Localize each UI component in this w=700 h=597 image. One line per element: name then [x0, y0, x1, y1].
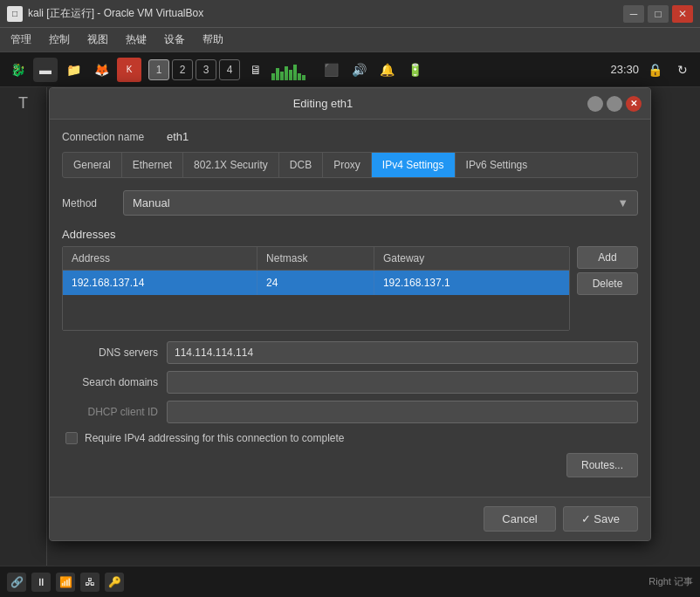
tab-802x[interactable]: 802.1X Security	[183, 153, 279, 177]
clock: 23:30	[610, 63, 639, 76]
address-action-buttons: Add Delete	[577, 246, 638, 331]
network-graph	[271, 59, 315, 80]
dns-label: DNS servers	[62, 347, 158, 359]
dialog-footer: Cancel ✓ Save	[50, 497, 650, 540]
menu-bar: 管理 控制 视图 热键 设备 帮助	[0, 28, 700, 52]
app-icon: □	[7, 6, 23, 22]
taskbar-icon-browser[interactable]: 🦊	[89, 58, 113, 82]
search-domains-label: Search domains	[62, 376, 158, 388]
status-icon-5[interactable]: 🔑	[105, 573, 124, 592]
col-netmask: Netmask	[257, 247, 374, 270]
menu-manage[interactable]: 管理	[7, 31, 35, 49]
workspace-1[interactable]: 1	[148, 59, 169, 80]
checkbox-label: Require IPv4 addressing for this connect…	[85, 432, 345, 444]
dialog-minimize-btn[interactable]	[587, 96, 603, 112]
dialog-body: Connection name eth1 General Ethernet 80…	[50, 120, 650, 497]
tab-ipv6[interactable]: IPv6 Settings	[456, 153, 539, 177]
maximize-button[interactable]: □	[648, 5, 669, 23]
tab-proxy[interactable]: Proxy	[323, 153, 372, 177]
taskbar-icon-refresh[interactable]: ↻	[670, 58, 695, 82]
dhcp-input[interactable]	[167, 401, 638, 423]
add-address-button[interactable]: Add	[577, 246, 638, 269]
addresses-table: Address Netmask Gateway 192.168.137.14 2…	[62, 246, 570, 331]
taskbar-icon-kali[interactable]: 🐉	[5, 58, 30, 82]
menu-control[interactable]: 控制	[45, 31, 73, 49]
dialog-close-btn[interactable]: ✕	[626, 96, 642, 112]
menu-devices[interactable]: 设备	[161, 31, 189, 49]
cancel-button[interactable]: Cancel	[484, 506, 555, 532]
menu-help[interactable]: 帮助	[199, 31, 227, 49]
taskbar-icon-files[interactable]: 📁	[61, 58, 86, 82]
addresses-section-label: Addresses	[62, 228, 638, 241]
workspace-4[interactable]: 4	[219, 59, 240, 80]
status-bar: 🔗 ⏸ 📶 🖧 🔑 Right 记事	[0, 566, 700, 597]
dialog-editing-eth1: Editing eth1 ✕ Connection name eth1 Gene…	[49, 87, 651, 541]
tab-bar: General Ethernet 802.1X Security DCB Pro…	[62, 152, 638, 178]
search-domains-row: Search domains	[62, 371, 638, 394]
tab-ethernet[interactable]: Ethernet	[122, 153, 183, 177]
workspace-2[interactable]: 2	[172, 59, 193, 80]
table-empty-area[interactable]	[63, 295, 569, 330]
col-address: Address	[63, 247, 257, 270]
table-row[interactable]: 192.168.137.14 24 192.168.137.1	[63, 271, 569, 295]
content-area: T Editing eth1 ✕ Connection name eth1	[0, 87, 700, 566]
cell-gateway: 192.168.137.1	[374, 271, 569, 295]
menu-hotkeys[interactable]: 热键	[122, 31, 150, 49]
routes-button[interactable]: Routes...	[566, 453, 638, 477]
status-icon-2[interactable]: ⏸	[31, 573, 51, 592]
method-label: Method	[62, 197, 114, 209]
taskbar: 🐉 ▬ 📁 🦊 K 1 2 3 4 🖥 ⬛ 🔊 🔔 🔋 23:30 🔒 ↻	[0, 52, 700, 87]
close-window-button[interactable]: ✕	[672, 5, 693, 23]
routes-row: Routes...	[62, 453, 638, 477]
cell-netmask: 24	[257, 271, 374, 295]
dns-input[interactable]	[167, 341, 638, 364]
method-dropdown-arrow: ▼	[617, 196, 628, 209]
minimize-button[interactable]: ─	[623, 5, 644, 23]
menu-view[interactable]: 视图	[84, 31, 112, 49]
workspace-3[interactable]: 3	[196, 59, 216, 80]
dialog-titlebar: Editing eth1 ✕	[50, 88, 650, 120]
taskbar-icon-notif[interactable]: 🔔	[374, 58, 399, 82]
dhcp-label: DHCP client ID	[62, 406, 158, 418]
taskbar-icon-monitor[interactable]: 🖥	[244, 58, 268, 82]
dialog-overlay: Editing eth1 ✕ Connection name eth1 Gene…	[0, 87, 700, 566]
checkbox-row: Require IPv4 addressing for this connect…	[65, 432, 638, 444]
connection-name-label: Connection name	[62, 131, 158, 143]
method-row: Method Manual ▼	[62, 190, 638, 216]
status-icon-3[interactable]: 📶	[56, 573, 75, 592]
search-domains-input[interactable]	[167, 371, 638, 394]
taskbar-icon-battery[interactable]: 🔋	[402, 58, 427, 82]
taskbar-icon-lock[interactable]: 🔒	[642, 58, 667, 82]
dialog-maximize-btn[interactable]	[607, 96, 622, 112]
dialog-window-controls: ✕	[587, 96, 642, 112]
status-text: Right 记事	[649, 575, 693, 588]
method-select[interactable]: Manual ▼	[123, 190, 638, 216]
delete-address-button[interactable]: Delete	[577, 272, 638, 295]
window-controls: ─ □ ✕	[623, 5, 693, 23]
taskbar-icon-red[interactable]: K	[117, 58, 141, 82]
title-bar: □ kali [正在运行] - Oracle VM VirtualBox ─ □…	[0, 0, 700, 28]
tab-general[interactable]: General	[63, 153, 122, 177]
taskbar-icon-volume[interactable]: 🔊	[347, 58, 371, 82]
dhcp-row: DHCP client ID	[62, 401, 638, 423]
col-gateway: Gateway	[374, 247, 569, 270]
connection-name-row: Connection name eth1	[62, 130, 638, 143]
taskbar-icon-display[interactable]: ⬛	[319, 58, 343, 82]
status-icon-4[interactable]: 🖧	[80, 573, 100, 592]
table-header: Address Netmask Gateway	[63, 247, 569, 271]
addresses-container: Address Netmask Gateway 192.168.137.14 2…	[62, 246, 638, 331]
connection-name-value[interactable]: eth1	[167, 130, 189, 143]
dns-row: DNS servers	[62, 341, 638, 364]
taskbar-icon-term[interactable]: ▬	[33, 58, 58, 82]
cell-address: 192.168.137.14	[63, 271, 257, 295]
status-icon-1[interactable]: 🔗	[7, 573, 26, 592]
ipv4-require-checkbox[interactable]	[65, 432, 78, 444]
window-title: kali [正在运行] - Oracle VM VirtualBox	[28, 6, 623, 21]
tab-ipv4[interactable]: IPv4 Settings	[372, 153, 456, 177]
dialog-title: Editing eth1	[58, 97, 587, 110]
save-button[interactable]: ✓ Save	[563, 506, 638, 532]
tab-dcb[interactable]: DCB	[279, 153, 323, 177]
method-value: Manual	[133, 196, 170, 209]
